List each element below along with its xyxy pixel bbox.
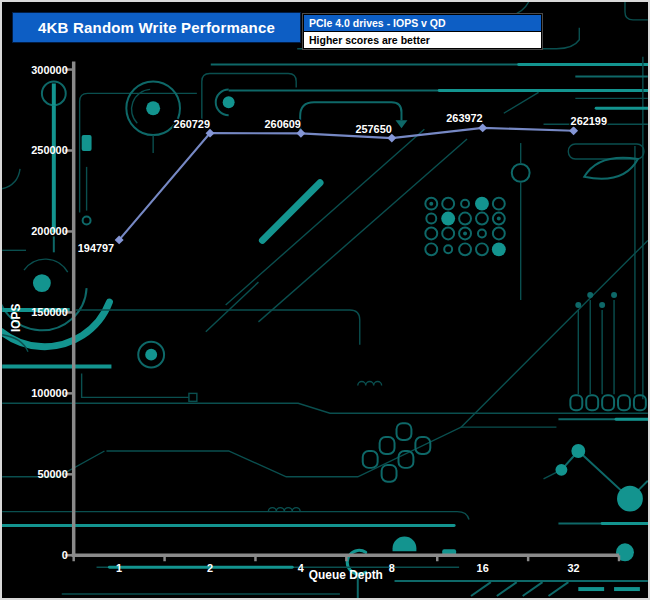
chart-canvas: 0500001000001500002000002500003000001248…: [0, 0, 650, 600]
y-axis-title: IOPS: [9, 304, 23, 333]
x-tick-label: 8: [389, 562, 395, 574]
x-tick-label: 1: [116, 562, 122, 574]
y-tick-label: 250000: [31, 144, 67, 156]
data-label: 260729: [174, 118, 210, 130]
x-tick-label: 2: [207, 562, 213, 574]
y-tick-label: 300000: [31, 64, 67, 76]
data-label: 262199: [571, 115, 607, 127]
x-tick-label: 32: [568, 562, 580, 574]
y-tick-label: 100000: [31, 387, 67, 399]
line-chart: 0500001000001500002000002500003000001248…: [2, 2, 648, 598]
chart-title: 4KB Random Write Performance: [38, 19, 275, 36]
data-point: [569, 126, 578, 135]
y-tick-label: 200000: [31, 225, 67, 237]
y-tick-label: 50000: [37, 468, 67, 480]
chart-subtitle: PCIe 4.0 drives - IOPS v QD: [304, 15, 541, 32]
chart-note: Higher scores are better: [304, 32, 541, 48]
data-label: 260609: [265, 118, 301, 130]
chart-title-bar: 4KB Random Write Performance: [12, 12, 301, 43]
y-tick-label: 0: [62, 549, 68, 561]
y-tick-label: 150000: [31, 306, 67, 318]
data-point: [478, 123, 487, 132]
chart-info-box: PCIe 4.0 drives - IOPS v QD Higher score…: [303, 14, 542, 49]
data-label: 257650: [355, 123, 391, 135]
data-label: 263972: [446, 112, 482, 124]
x-tick-label: 16: [477, 562, 489, 574]
data-label: 194797: [78, 242, 114, 254]
x-axis-title: Queue Depth: [309, 568, 383, 582]
series-line: [119, 128, 573, 240]
x-tick-label: 4: [298, 562, 304, 574]
